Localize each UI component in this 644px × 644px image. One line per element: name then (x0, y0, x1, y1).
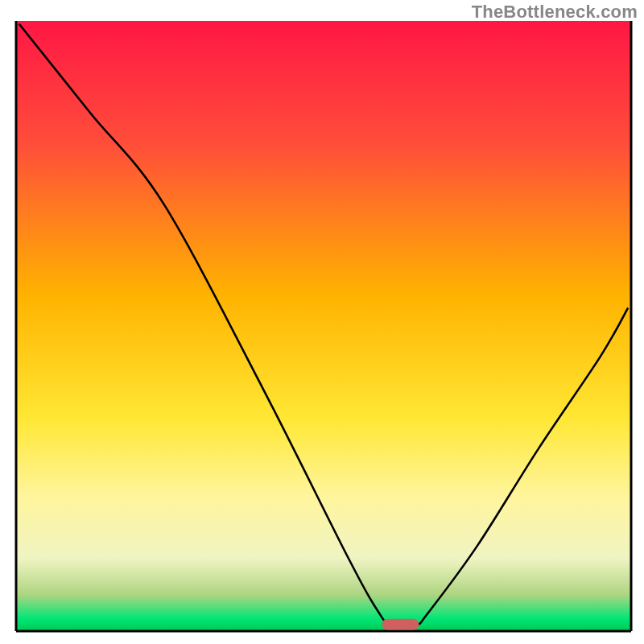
bottleneck-chart: TheBottleneck.com (0, 0, 644, 644)
watermark-text: TheBottleneck.com (472, 2, 638, 23)
plot-background (16, 21, 631, 631)
optimal-marker (382, 619, 419, 630)
chart-svg (0, 0, 644, 644)
